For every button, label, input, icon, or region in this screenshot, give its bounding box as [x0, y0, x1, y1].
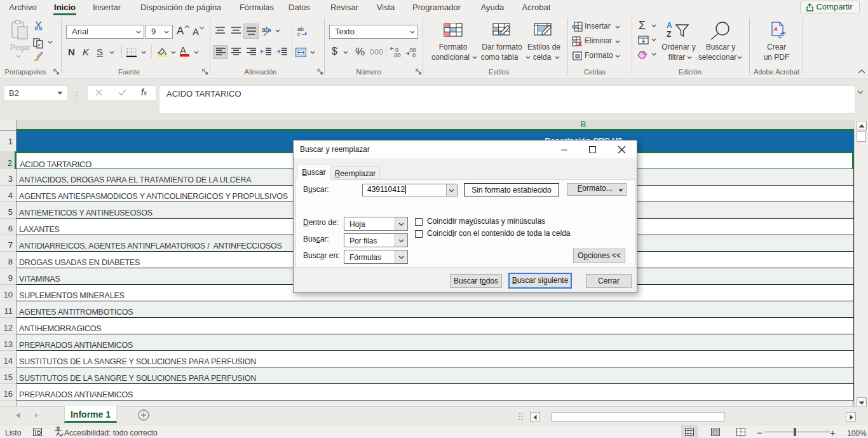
svg-text:A: A — [773, 26, 778, 32]
svg-text:,00: ,00 — [393, 52, 401, 57]
svg-text:c: c — [297, 31, 301, 36]
svg-text:0: 0 — [412, 52, 416, 57]
